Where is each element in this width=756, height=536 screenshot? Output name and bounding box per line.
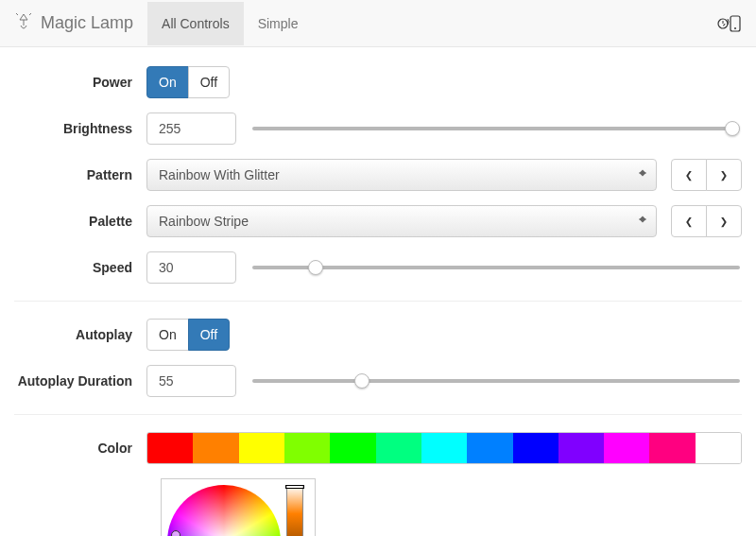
color-swatches [146,432,742,464]
autoplay-toggle: On Off [146,319,230,351]
autoplay-off-button[interactable]: Off [188,319,230,351]
color-value-strip[interactable] [286,485,303,536]
brightness-slider[interactable] [252,127,740,130]
device-icon[interactable] [715,12,742,35]
tab-simple[interactable]: Simple [244,2,313,45]
pattern-nav: ❮ ❯ [671,159,742,191]
row-speed: Speed [14,251,742,284]
power-off-button[interactable]: Off [188,66,230,98]
divider [14,414,742,415]
chevron-right-icon: ❯ [720,212,728,231]
color-swatch[interactable] [467,433,512,463]
color-swatch[interactable] [558,433,604,463]
label-power: Power [14,75,146,90]
color-wheel-cursor[interactable] [171,530,180,536]
label-color: Color [14,441,146,456]
tab-all-controls[interactable]: All Controls [147,2,244,45]
divider [14,301,742,302]
main-form: Power On Off Brightness Pattern Rainbow … [0,47,756,536]
row-autoplay-duration: Autoplay Duration [14,365,742,397]
row-brightness: Brightness [14,112,742,145]
label-pattern: Pattern [14,167,146,182]
color-wheel[interactable] [167,485,281,536]
autoplay-on-button[interactable]: On [146,319,189,351]
label-autoplay-duration: Autoplay Duration [14,373,146,389]
brand: Magic Lamp [14,12,133,35]
color-picker [161,478,316,536]
svg-point-2 [734,27,736,29]
color-swatch[interactable] [284,433,330,463]
navbar: Magic Lamp All Controls Simple [0,0,756,47]
pattern-prev-button[interactable]: ❮ [671,159,707,191]
brand-title: Magic Lamp [41,13,133,33]
label-autoplay: Autoplay [14,327,146,342]
row-color: Color [14,432,742,464]
lamp-icon [14,12,33,35]
row-autoplay: Autoplay On Off [14,319,742,351]
power-toggle: On Off [146,66,230,98]
pattern-selected: Rainbow With Glitter [159,167,280,182]
palette-select[interactable]: Rainbow Stripe [146,205,657,237]
row-power: Power On Off [14,66,742,98]
palette-nav: ❮ ❯ [671,205,742,237]
label-brightness: Brightness [14,121,146,136]
color-strip-cursor[interactable] [285,485,304,489]
color-swatch[interactable] [604,433,649,463]
power-on-button[interactable]: On [146,66,189,98]
palette-selected: Rainbow Stripe [159,214,249,229]
chevron-left-icon: ❮ [685,165,693,184]
color-swatch[interactable] [147,433,193,463]
color-swatch[interactable] [193,433,238,463]
palette-prev-button[interactable]: ❮ [671,205,707,237]
color-swatch[interactable] [239,433,284,463]
speed-input[interactable] [146,251,236,284]
speed-slider[interactable] [252,266,740,269]
color-swatch[interactable] [330,433,375,463]
navbar-right [715,12,742,35]
autoplay-duration-slider[interactable] [252,379,740,383]
color-swatch[interactable] [421,433,467,463]
pattern-next-button[interactable]: ❯ [706,159,742,191]
brightness-input[interactable] [146,112,236,145]
color-swatch[interactable] [513,433,558,463]
nav-tabs: All Controls Simple [147,2,715,45]
autoplay-duration-input[interactable] [146,365,236,397]
pattern-select[interactable]: Rainbow With Glitter [146,159,657,191]
row-palette: Palette Rainbow Stripe ❮ ❯ [14,205,742,237]
row-pattern: Pattern Rainbow With Glitter ❮ ❯ [14,159,742,191]
palette-next-button[interactable]: ❯ [706,205,742,237]
label-speed: Speed [14,260,146,275]
label-palette: Palette [14,214,146,229]
chevron-right-icon: ❯ [720,165,728,184]
chevron-left-icon: ❮ [685,212,693,231]
color-swatch[interactable] [696,433,741,463]
color-swatch[interactable] [376,433,421,463]
color-swatch[interactable] [649,433,695,463]
